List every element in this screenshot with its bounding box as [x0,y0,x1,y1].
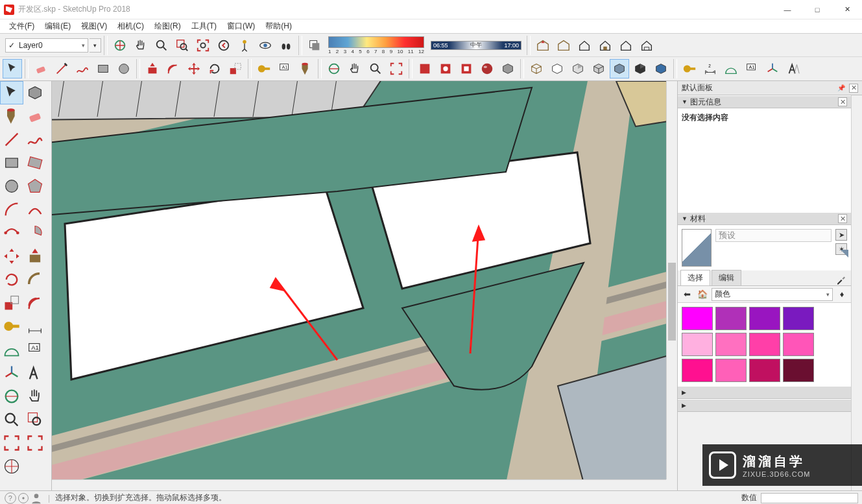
tray-close-icon[interactable]: ✕ [849,84,858,93]
close-button[interactable]: ✕ [832,0,862,19]
menu-file[interactable]: 文件(F) [4,19,40,33]
freehand-tool[interactable] [73,59,92,78]
lt-zoom-window[interactable] [23,408,47,431]
paint-tool[interactable] [296,59,315,78]
pushpull-tool[interactable] [143,59,162,78]
style-shaded-tex[interactable] [589,59,608,78]
swatch[interactable] [783,333,814,356]
tab-select[interactable]: 选择 [680,270,710,285]
lt-orbit[interactable] [0,385,23,408]
scale-tool[interactable] [226,59,245,78]
swatch[interactable] [715,359,747,382]
plugin-red-3[interactable] [457,59,476,78]
shadow-month-slider[interactable]: 123456789101112 [328,36,424,54]
style-mono[interactable] [610,59,629,78]
offset-tool[interactable] [163,59,183,78]
layer-dropdown[interactable]: ✓ Layer0 ▾ [5,38,88,53]
menu-view[interactable]: 视图(V) [76,19,112,33]
lt-followme[interactable] [23,268,47,291]
tray-title[interactable]: 默认面板 📌 ✕ [678,81,862,95]
details-icon[interactable]: ♦ [835,288,848,301]
menu-tools[interactable]: 工具(T) [186,19,222,33]
material-preview[interactable] [682,229,712,267]
swatch[interactable] [749,359,780,382]
viewport-vertical-scrollbar[interactable] [666,81,677,479]
lt-paint[interactable] [0,104,23,128]
menu-camera[interactable]: 相机(C) [112,19,149,33]
look-around-tool[interactable] [256,36,275,55]
swatch[interactable] [682,359,713,382]
menu-edit[interactable]: 编辑(E) [40,19,76,33]
pan-tool-2[interactable] [345,59,365,78]
swatch[interactable] [749,333,780,356]
3dtext-tool[interactable] [784,59,803,78]
walk-tool[interactable] [276,36,296,55]
pan-tool[interactable] [131,36,150,55]
orbit-tool[interactable] [110,36,130,55]
menu-draw[interactable]: 绘图(R) [149,19,186,33]
eraser-tool[interactable] [31,59,51,78]
materials-close-icon[interactable]: ✕ [838,214,847,223]
measure-input[interactable] [761,493,858,503]
lt-tool-extra[interactable] [0,455,23,478]
lt-prev-view[interactable] [0,431,23,455]
tab-edit[interactable]: 编辑 [712,270,741,285]
rotate-tool[interactable] [205,59,224,78]
lt-polygon[interactable] [23,174,47,198]
home-iso-button[interactable] [595,36,615,55]
select-tool[interactable] [3,59,22,78]
viewport[interactable] [52,81,677,490]
style-shaded[interactable] [568,59,588,78]
lt-rotate[interactable] [0,268,23,291]
collapsed-panel-1[interactable]: ▶ [678,386,851,399]
maximize-button[interactable]: □ [802,0,832,19]
lt-text[interactable]: A1 [23,338,47,361]
warehouse-get-button[interactable] [533,36,553,55]
zoom-extents-tool[interactable] [193,36,213,55]
text-label-tool[interactable]: A1 [742,59,761,78]
orbit-tool-2[interactable] [324,59,344,78]
collapsed-panel-2[interactable]: ▶ [678,399,851,412]
right-panel-scrollbar[interactable] [851,95,862,490]
swatch[interactable] [783,307,814,330]
lt-pie[interactable] [23,221,47,245]
lt-3dtext[interactable] [23,361,47,385]
lt-line[interactable] [0,128,23,151]
tape-tool[interactable] [254,59,274,78]
swatch[interactable] [783,359,814,382]
lt-eraser[interactable] [23,104,47,128]
line-tool[interactable] [52,59,71,78]
tape-measure-2[interactable] [680,59,699,78]
lt-freehand[interactable] [23,128,47,151]
shadow-time-slider[interactable]: 06:55 中午 17:00 [431,41,521,50]
lt-tool-extra2[interactable] [23,455,47,478]
lt-3pt-arc[interactable] [0,221,23,245]
back-icon[interactable]: ⬅ [680,288,693,301]
dimension-tool[interactable]: 2 [700,59,720,78]
home-front-button[interactable] [616,36,636,55]
lt-2pt-arc[interactable] [23,198,47,221]
home-icon[interactable]: 🏠 [696,288,709,301]
lt-tape[interactable] [0,315,23,338]
text-tool[interactable]: A1 [275,59,294,78]
lt-next-view[interactable] [23,431,47,455]
protractor-tool[interactable] [721,59,741,78]
lt-protractor[interactable] [0,338,23,361]
lt-dimension[interactable] [23,315,47,338]
lt-scale[interactable] [0,291,23,315]
position-camera-tool[interactable] [235,36,254,55]
lt-circle[interactable] [0,174,23,198]
lt-zoom[interactable] [0,408,23,431]
lt-rectangle[interactable] [0,151,23,174]
swatch[interactable] [682,307,713,330]
lt-move[interactable] [0,245,23,268]
viewport-horizontal-scrollbar[interactable] [52,479,666,490]
swatch[interactable] [715,333,747,356]
rectangle-tool[interactable] [93,59,113,78]
menu-help[interactable]: 帮助(H) [260,19,297,33]
previous-view[interactable] [214,36,233,55]
swatch[interactable] [749,307,780,330]
material-name-input[interactable] [715,229,832,242]
minimize-button[interactable]: — [772,0,802,19]
zoom-extents-2[interactable] [387,59,406,78]
